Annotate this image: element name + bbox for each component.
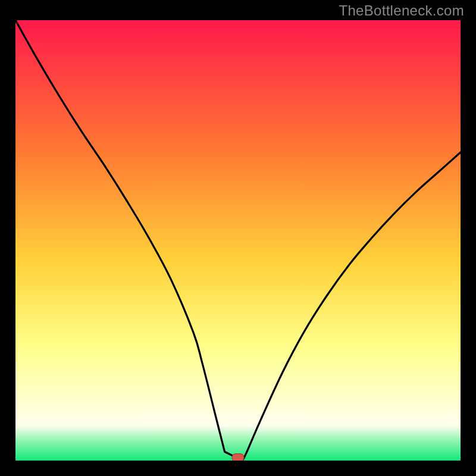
- chart-frame: TheBottleneck.com: [0, 0, 476, 476]
- watermark-text: TheBottleneck.com: [339, 2, 464, 19]
- chart-svg: [15, 20, 461, 461]
- gradient-background: [15, 20, 461, 461]
- chart-plot-area: [15, 20, 461, 461]
- optimum-marker: [232, 454, 244, 461]
